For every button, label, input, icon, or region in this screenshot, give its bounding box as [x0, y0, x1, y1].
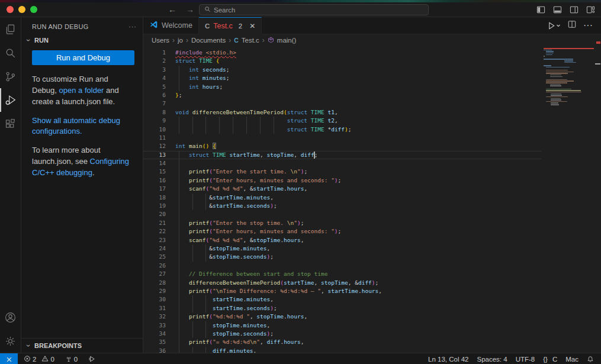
breakpoints-section-header[interactable]: › BREAKPOINTS [21, 338, 143, 353]
line-number[interactable]: 26 [143, 262, 166, 270]
overview-ruler[interactable] [595, 34, 601, 353]
remote-indicator[interactable] [0, 353, 18, 364]
close-window-button[interactable] [7, 6, 14, 13]
line-number[interactable]: 8 [143, 108, 166, 117]
split-editor-icon[interactable] [568, 20, 576, 31]
line-number[interactable]: 15 [143, 167, 166, 176]
line-number[interactable]: 11 [143, 134, 166, 142]
code-area[interactable]: 1#include <stdio.h>2struct TIME {3 int s… [143, 46, 542, 353]
breadcrumb-item[interactable]: Documents [191, 37, 226, 44]
code-line[interactable]: 6}; [143, 91, 542, 99]
encoding-status[interactable]: UTF-8 [516, 356, 535, 363]
line-number[interactable]: 29 [143, 287, 166, 295]
line-number[interactable]: 27 [143, 270, 166, 278]
line-number[interactable]: 35 [143, 338, 166, 346]
ports-status[interactable]: 0 [65, 355, 78, 363]
debug-console-status[interactable] [88, 355, 96, 364]
line-number[interactable]: 36 [143, 347, 166, 353]
line-number[interactable]: 1 [143, 49, 166, 57]
toggle-panel-icon[interactable] [553, 5, 562, 14]
breadcrumb-item[interactable]: main() [277, 37, 297, 44]
minimap[interactable] [542, 46, 601, 353]
line-number[interactable]: 22 [143, 227, 166, 236]
code-line[interactable]: 13 struct TIME startTime, stopTime, diff… [143, 151, 542, 159]
run-and-debug-icon[interactable] [0, 88, 21, 112]
sidebar-more-actions[interactable]: ··· [128, 23, 137, 30]
toggle-sidebar-icon[interactable] [536, 5, 545, 14]
code-line[interactable]: 34 stopTime.seconds); [143, 330, 542, 338]
line-number[interactable]: 31 [143, 304, 166, 313]
source-control-icon[interactable] [0, 65, 21, 88]
language-status[interactable]: {}C [543, 356, 557, 363]
code-line[interactable]: 18 &startTime.minutes, [143, 194, 542, 202]
breadcrumb-item[interactable]: Test.c [242, 37, 259, 44]
editor-more-actions[interactable]: ··· [583, 20, 593, 31]
line-number[interactable]: 17 [143, 185, 166, 193]
code-line[interactable]: 32 printf("%d:%d:%d ", stopTime.hours, [143, 313, 542, 321]
show-debug-configurations-link[interactable]: Show all automatic debug configurations. [32, 116, 120, 136]
code-line[interactable]: 15 printf("Enter the start time. \n"); [143, 167, 542, 176]
code-line[interactable]: 19 &startTime.seconds); [143, 202, 542, 210]
run-and-debug-button[interactable]: Run and Debug [32, 50, 134, 65]
code-line[interactable]: 3 int seconds; [143, 66, 542, 74]
code-line[interactable]: 2struct TIME { [143, 57, 542, 65]
code-line[interactable]: 4 int minutes; [143, 74, 542, 82]
code-line[interactable]: 7 [143, 99, 542, 108]
line-number[interactable]: 21 [143, 219, 166, 227]
line-number[interactable]: 34 [143, 330, 166, 338]
line-number[interactable]: 19 [143, 202, 166, 210]
code-line[interactable]: 33 stopTime.minutes, [143, 321, 542, 330]
line-number[interactable]: 14 [143, 159, 166, 167]
breadcrumb-item[interactable]: Users [152, 37, 169, 44]
code-line[interactable]: 20 [143, 210, 542, 218]
line-number[interactable]: 5 [143, 83, 166, 91]
code-line[interactable]: 17 scanf("%d %d %d", &startTime.hours, [143, 185, 542, 193]
code-line[interactable]: 29 printf("\nTime Difference: %d:%d:%d –… [143, 287, 542, 295]
code-line[interactable]: 22 printf("Enter hours, minutes and seco… [143, 227, 542, 236]
close-tab-icon[interactable]: ✕ [249, 22, 255, 30]
line-number[interactable]: 4 [143, 74, 166, 82]
toggle-secondary-sidebar-icon[interactable] [570, 5, 578, 14]
extensions-icon[interactable] [0, 112, 21, 136]
line-number[interactable]: 3 [143, 66, 166, 74]
line-number[interactable]: 25 [143, 253, 166, 261]
code-line[interactable]: 35 printf("= %d:%d:%d\n", diff.hours, [143, 338, 542, 346]
indentation-status[interactable]: Spaces: 4 [477, 356, 507, 363]
line-number[interactable]: 24 [143, 244, 166, 253]
cursor-position-status[interactable]: Ln 13, Col 42 [428, 356, 468, 363]
maximize-window-button[interactable] [30, 6, 37, 13]
breadcrumb-item[interactable]: jo [178, 37, 183, 44]
accounts-icon[interactable] [0, 305, 21, 329]
code-line[interactable]: 11 [143, 134, 542, 142]
line-number[interactable]: 16 [143, 176, 166, 185]
line-number[interactable]: 13 [143, 151, 166, 159]
line-number[interactable]: 28 [143, 279, 166, 287]
code-line[interactable]: 25 &stopTime.seconds); [143, 253, 542, 261]
code-line[interactable]: 5 int hours; [143, 83, 542, 91]
settings-gear-icon[interactable] [0, 329, 21, 353]
minimize-window-button[interactable] [18, 6, 25, 13]
code-line[interactable]: 23 scanf("%d %d %d", &stopTime.hours, [143, 236, 542, 244]
run-section-header[interactable]: › RUN [21, 35, 143, 46]
tab-welcome[interactable]: Welcome [143, 17, 199, 34]
tab-test-c[interactable]: C Test.c 2 ✕ [199, 17, 262, 34]
code-line[interactable]: 26 [143, 262, 542, 270]
code-line[interactable]: 21 printf("Enter the stop time. \n"); [143, 219, 542, 227]
code-line[interactable]: 24 &stopTime.minutes, [143, 244, 542, 253]
code-line[interactable]: 8void differenceBetweenTimePeriod(struct… [143, 108, 542, 117]
code-line[interactable]: 31 startTime.seconds); [143, 304, 542, 313]
code-line[interactable]: 28 differenceBetweenTimePeriod(startTime… [143, 279, 542, 287]
explorer-icon[interactable] [0, 17, 21, 41]
line-number[interactable]: 9 [143, 117, 166, 125]
code-line[interactable]: 27 // Difference between start and stop … [143, 270, 542, 278]
line-number[interactable]: 30 [143, 295, 166, 304]
run-c-file-button[interactable] [547, 21, 561, 30]
open-a-folder-link[interactable]: open a folder [59, 86, 104, 95]
code-line[interactable]: 1#include <stdio.h> [143, 49, 542, 57]
line-number[interactable]: 32 [143, 313, 166, 321]
code-line[interactable]: 30 startTime.minutes, [143, 295, 542, 304]
line-number[interactable]: 12 [143, 142, 166, 150]
line-number[interactable]: 18 [143, 194, 166, 202]
line-number[interactable]: 6 [143, 91, 166, 99]
eol-status[interactable]: Mac [565, 356, 578, 363]
